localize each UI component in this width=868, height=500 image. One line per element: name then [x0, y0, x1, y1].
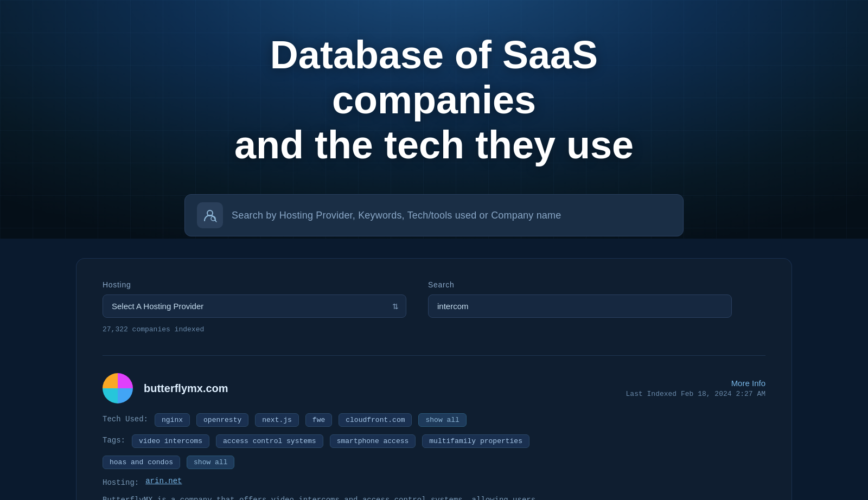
- main-search-bar[interactable]: Search by Hosting Provider, Keywords, Te…: [184, 194, 684, 236]
- search-filter-group: Search: [428, 280, 732, 318]
- company-name: butterflymx.com: [144, 382, 228, 395]
- hosting-label: Hosting: [103, 280, 406, 289]
- filter-row: Hosting Select A Hosting Provider ⇅ 27,3…: [103, 280, 765, 334]
- tags-label: Tags:: [103, 434, 125, 445]
- tech-used-label: Tech Used:: [103, 413, 148, 424]
- hosting-domain-value[interactable]: arin.net: [145, 477, 182, 485]
- more-info-button[interactable]: More Info: [731, 379, 765, 388]
- company-header-left: butterflymx.com: [103, 373, 228, 403]
- search-bar-placeholder: Search by Hosting Provider, Keywords, Te…: [232, 210, 561, 221]
- tag-multifamily[interactable]: multifamily properties: [422, 434, 529, 448]
- search-label: Search: [428, 280, 732, 289]
- tech-tag-cloudfront[interactable]: cloudfront.com: [339, 413, 412, 427]
- companies-count: 27,322 companies indexed: [103, 325, 406, 334]
- search-input[interactable]: [428, 294, 732, 318]
- hosting-info-label: Hosting:: [103, 477, 139, 487]
- hosting-filter-group: Hosting Select A Hosting Provider ⇅ 27,3…: [103, 280, 406, 334]
- hosting-row: Hosting: arin.net: [103, 477, 765, 487]
- hero-title-line2: and the tech they use: [234, 123, 634, 166]
- tech-tag-nginx[interactable]: nginx: [155, 413, 190, 427]
- tech-tag-nextjs[interactable]: next.js: [255, 413, 299, 427]
- tech-tag-openresty[interactable]: openresty: [196, 413, 248, 427]
- company-logo: [103, 373, 133, 403]
- tags-show-all-button[interactable]: show all: [187, 456, 234, 469]
- svg-line-2: [215, 220, 216, 222]
- tech-tag-fwe[interactable]: fwe: [305, 413, 332, 427]
- hosting-select-wrapper[interactable]: Select A Hosting Provider ⇅: [103, 294, 406, 318]
- bottom-panel: Hosting Select A Hosting Provider ⇅ 27,3…: [76, 258, 792, 500]
- hero-title: Database of SaaS companies and the tech …: [190, 33, 678, 167]
- company-header-right: More Info Last Indexed Feb 18, 2024 2:27…: [626, 379, 765, 398]
- company-description: ButterflyMX is a company that offers vid…: [103, 495, 765, 500]
- tech-show-all-button[interactable]: show all: [418, 413, 466, 427]
- hero-title-line1: Database of SaaS companies: [270, 33, 598, 121]
- tag-access-control[interactable]: access control systems: [216, 434, 323, 448]
- hosting-select[interactable]: Select A Hosting Provider: [103, 294, 406, 318]
- search-user-icon: [202, 208, 218, 223]
- company-card: butterflymx.com More Info Last Indexed F…: [103, 355, 765, 500]
- main-container: Database of SaaS companies and the tech …: [0, 0, 868, 500]
- search-icon-box: [197, 202, 223, 228]
- tags-row-2: hoas and condos show all: [103, 456, 765, 469]
- tag-hoas-condos[interactable]: hoas and condos: [103, 456, 180, 469]
- tag-smartphone-access[interactable]: smartphone access: [330, 434, 416, 448]
- tag-video-intercoms[interactable]: video intercoms: [132, 434, 209, 448]
- last-indexed-text: Last Indexed Feb 18, 2024 2:27 AM: [626, 390, 765, 398]
- tech-used-row: Tech Used: nginx openresty next.js fwe c…: [103, 413, 765, 427]
- tags-row-1: Tags: video intercoms access control sys…: [103, 434, 765, 448]
- company-header: butterflymx.com More Info Last Indexed F…: [103, 373, 765, 403]
